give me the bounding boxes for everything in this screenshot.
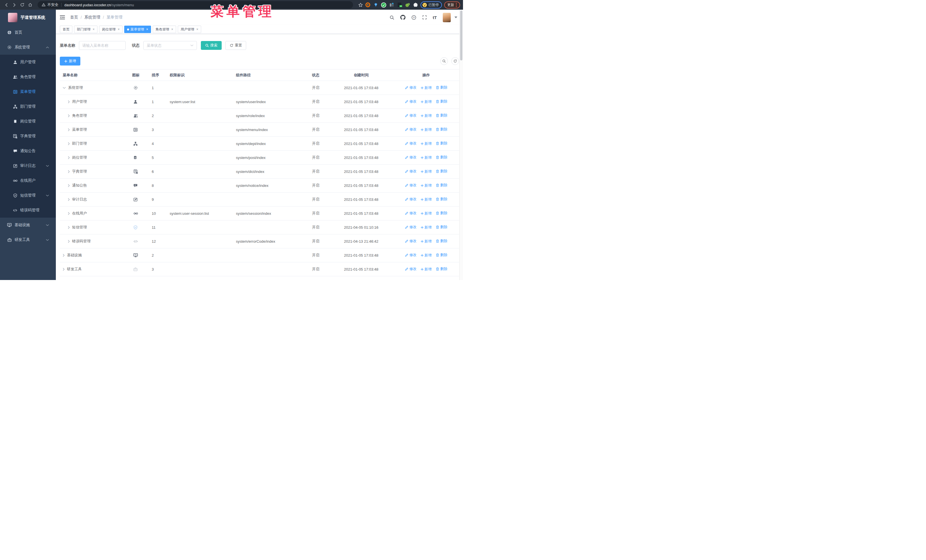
sidebar-item-1[interactable]: 系统管理 bbox=[0, 40, 56, 55]
add-action[interactable]: 新增 bbox=[421, 86, 432, 90]
edit-action[interactable]: 修改 bbox=[405, 155, 416, 160]
reset-button[interactable]: 重置 bbox=[225, 41, 246, 50]
sidebar-item-10[interactable]: 在线用户 bbox=[0, 173, 56, 188]
expand-row-icon[interactable] bbox=[68, 170, 70, 173]
sidebar-item-11[interactable]: 短信管理 bbox=[0, 188, 56, 203]
sidebar-item-5[interactable]: 部门管理 bbox=[0, 99, 56, 114]
browser-menu-dots-icon[interactable] bbox=[455, 3, 457, 8]
delete-action[interactable]: 删除 bbox=[436, 239, 447, 243]
add-action[interactable]: 新增 bbox=[421, 253, 432, 258]
font-size-icon[interactable]: tT bbox=[433, 15, 437, 20]
security-label[interactable]: 不安全 bbox=[47, 2, 58, 8]
green-check-icon[interactable] bbox=[381, 2, 386, 8]
add-action[interactable]: 新增 bbox=[421, 127, 432, 132]
address-bar[interactable]: 不安全 dashboard.yudao.iocoder.cn /system/m… bbox=[38, 1, 353, 9]
sidebar-item-8[interactable]: 通知公告 bbox=[0, 143, 56, 158]
expand-row-icon[interactable] bbox=[68, 198, 70, 201]
expand-row-icon[interactable] bbox=[63, 254, 65, 257]
delete-action[interactable]: 删除 bbox=[436, 267, 447, 272]
add-action[interactable]: 新增 bbox=[421, 211, 432, 216]
browser-update-button[interactable]: 更新 bbox=[444, 2, 460, 9]
header-search-icon[interactable] bbox=[389, 15, 394, 20]
delete-action[interactable]: 删除 bbox=[436, 183, 447, 188]
status-select[interactable]: 菜单状态 bbox=[143, 41, 197, 50]
browser-home-icon[interactable] bbox=[27, 2, 33, 8]
delete-action[interactable]: 删除 bbox=[436, 99, 447, 104]
close-tab-icon[interactable]: × bbox=[118, 28, 120, 31]
tab-3[interactable]: 菜单管理× bbox=[124, 26, 151, 33]
refresh-table-button[interactable] bbox=[451, 57, 459, 65]
sidebar-item-7[interactable]: 字典管理 bbox=[0, 129, 56, 143]
paused-extension-badge[interactable]: 已暂停 bbox=[421, 2, 442, 9]
edit-action[interactable]: 修改 bbox=[405, 113, 416, 118]
scrollbar-thumb[interactable] bbox=[460, 11, 462, 60]
add-action[interactable]: 新增 bbox=[421, 225, 432, 230]
sidebar-toggle-icon[interactable] bbox=[60, 15, 65, 20]
edit-action[interactable]: 修改 bbox=[405, 141, 416, 146]
edit-action[interactable]: 修改 bbox=[405, 253, 416, 258]
breadcrumb-system[interactable]: 系统管理 bbox=[84, 15, 100, 20]
edit-action[interactable]: 修改 bbox=[405, 197, 416, 202]
edit-action[interactable]: 修改 bbox=[405, 99, 416, 104]
close-tab-icon[interactable]: × bbox=[92, 28, 95, 31]
expand-row-icon[interactable] bbox=[68, 212, 70, 215]
tab-5[interactable]: 用户管理× bbox=[178, 26, 201, 33]
github-icon[interactable] bbox=[400, 15, 406, 20]
delete-action[interactable]: 删除 bbox=[436, 85, 447, 90]
browser-forward-icon[interactable] bbox=[11, 2, 18, 8]
add-action[interactable]: 新增 bbox=[421, 267, 432, 272]
puzzle-icon[interactable] bbox=[413, 2, 418, 8]
breadcrumb-home[interactable]: 首页 bbox=[70, 15, 78, 20]
close-tab-icon[interactable]: × bbox=[196, 28, 198, 31]
delete-action[interactable]: 删除 bbox=[436, 113, 447, 118]
delete-action[interactable]: 删除 bbox=[436, 169, 447, 174]
expand-row-icon[interactable] bbox=[68, 240, 70, 243]
edit-action[interactable]: 修改 bbox=[405, 127, 416, 132]
orange-ring-icon[interactable] bbox=[365, 2, 371, 8]
browser-back-icon[interactable] bbox=[3, 2, 10, 8]
collapse-row-icon[interactable] bbox=[63, 87, 66, 89]
add-action[interactable]: 新增 bbox=[421, 113, 432, 118]
sidebar-item-13[interactable]: 基础设施 bbox=[0, 217, 56, 232]
delete-action[interactable]: 删除 bbox=[436, 253, 447, 258]
sidebar-item-4[interactable]: 菜单管理 bbox=[0, 84, 56, 99]
expand-row-icon[interactable] bbox=[68, 128, 70, 131]
close-tab-icon[interactable]: × bbox=[171, 28, 173, 31]
add-action[interactable]: 新增 bbox=[421, 197, 432, 202]
sidebar-item-14[interactable]: 研发工具 bbox=[0, 232, 56, 247]
tab-0[interactable]: 首页 bbox=[60, 26, 73, 33]
add-action[interactable]: 新增 bbox=[421, 183, 432, 188]
edit-action[interactable]: 修改 bbox=[405, 225, 416, 229]
sidebar-item-0[interactable]: 首页 bbox=[0, 25, 56, 40]
sidebar-item-2[interactable]: 用户管理 bbox=[0, 55, 56, 69]
sidebar-item-3[interactable]: 角色管理 bbox=[0, 69, 56, 84]
sidebar-item-12[interactable]: 错误码管理 bbox=[0, 203, 56, 217]
browser-reload-icon[interactable] bbox=[19, 2, 26, 8]
sidebar-item-9[interactable]: 审计日志 bbox=[0, 158, 56, 173]
list-on-icon[interactable]: on bbox=[397, 2, 402, 8]
delete-action[interactable]: 删除 bbox=[436, 225, 447, 229]
add-action[interactable]: 新增 bbox=[421, 239, 432, 244]
avatar-caret-icon[interactable] bbox=[454, 17, 457, 18]
edit-action[interactable]: 修改 bbox=[405, 169, 416, 174]
tab-2[interactable]: 岗位管理× bbox=[99, 26, 123, 33]
page-scrollbar[interactable] bbox=[459, 10, 463, 280]
add-action[interactable]: 新增 bbox=[421, 155, 432, 160]
add-action[interactable]: 新增 bbox=[421, 100, 432, 104]
edit-action[interactable]: 修改 bbox=[405, 239, 416, 243]
search-button[interactable]: 搜索 bbox=[201, 41, 222, 50]
delete-action[interactable]: 删除 bbox=[436, 211, 447, 216]
expand-row-icon[interactable] bbox=[68, 100, 70, 103]
expand-row-icon[interactable] bbox=[68, 226, 70, 229]
expand-row-icon[interactable] bbox=[68, 142, 70, 145]
edit-action[interactable]: 修改 bbox=[405, 183, 416, 188]
menu-name-input[interactable] bbox=[79, 41, 126, 50]
add-action[interactable]: 新增 bbox=[421, 169, 432, 174]
help-question-icon[interactable]: ? bbox=[412, 15, 416, 20]
close-tab-icon[interactable]: × bbox=[146, 28, 148, 31]
user-avatar[interactable] bbox=[443, 13, 451, 22]
sidebar-item-6[interactable]: 岗位管理 bbox=[0, 114, 56, 129]
tab-1[interactable]: 部门管理× bbox=[74, 26, 97, 33]
add-button[interactable]: 新增 bbox=[60, 57, 80, 65]
expand-row-icon[interactable] bbox=[63, 268, 65, 271]
